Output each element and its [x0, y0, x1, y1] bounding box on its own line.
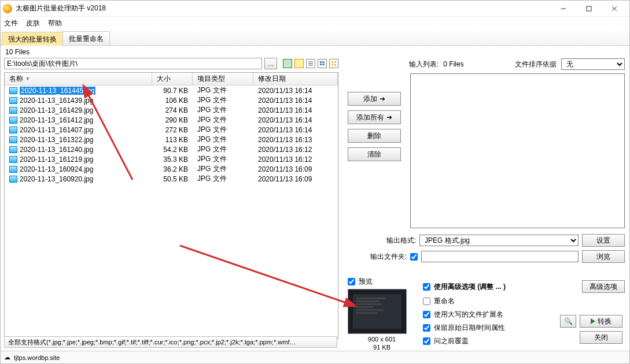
maximize-button[interactable] — [576, 1, 602, 17]
preview-label: 预览 — [359, 277, 373, 287]
menu-help[interactable]: 帮助 — [48, 18, 62, 28]
clear-button[interactable]: 清除 — [348, 147, 401, 161]
image-file-icon — [9, 127, 17, 133]
view-list-icon[interactable] — [306, 59, 315, 68]
col-header-size[interactable]: 大小 — [152, 73, 193, 85]
minimize-button[interactable] — [551, 1, 576, 17]
menu-bar: 文件 皮肤 帮助 — [1, 17, 629, 29]
preview-checkbox[interactable] — [348, 278, 355, 285]
sort-desc-icon: ▼ — [25, 76, 30, 81]
svg-rect-8 — [322, 61, 325, 63]
refresh-icon[interactable] — [294, 59, 304, 68]
file-table: 名称▼ 大小 项目类型 修改日期 2020-11-13_161445.jpg90… — [4, 72, 338, 339]
advanced-options-button[interactable]: 高级选项 — [582, 280, 625, 293]
menu-file[interactable]: 文件 — [4, 18, 18, 28]
close-dialog-button[interactable]: 关闭 — [580, 331, 622, 344]
col-header-type[interactable]: 项目类型 — [193, 73, 253, 85]
browse-path-button[interactable]: … — [264, 58, 277, 69]
uppercase-ext-label: 使用大写的文件扩展名 — [434, 310, 503, 320]
file-size: 36.2 KB — [152, 165, 193, 173]
svg-rect-9 — [320, 64, 322, 65]
table-row[interactable]: 2020-11-13_161240.jpg54.2 KBJPG 文件2020/1… — [5, 144, 338, 154]
output-folder-checkbox[interactable] — [410, 253, 418, 261]
file-name: 2020-11-13_161240.jpg — [20, 146, 93, 154]
output-format-label: 输出格式: — [348, 236, 416, 246]
file-date: 2020/11/13 16:14 — [253, 116, 338, 124]
svg-rect-10 — [322, 64, 325, 65]
add-button[interactable]: 添加 ➜ — [348, 92, 401, 106]
table-row[interactable]: 2020-11-13_161445.jpg90.7 KBJPG 文件2020/1… — [5, 86, 338, 95]
file-size: 272 KB — [152, 126, 193, 134]
file-date: 2020/11/13 16:14 — [253, 96, 338, 105]
preview-thumbnail[interactable] — [348, 289, 407, 334]
ask-overwrite-label: 问之前覆盖 — [434, 336, 469, 346]
cloud-icon: ☁ — [4, 354, 10, 361]
ask-overwrite-checkbox[interactable] — [423, 337, 430, 345]
input-list-label: 输入列表: — [409, 60, 439, 69]
table-row[interactable]: 2020-11-13_161219.jpg35.3 KBJPG 文件2020/1… — [5, 154, 338, 164]
view-thumbs-icon[interactable] — [329, 59, 338, 68]
file-name: 2020-11-13_161322.jpg — [20, 136, 93, 144]
menu-skin[interactable]: 皮肤 — [26, 18, 40, 28]
file-name: 2020-11-13_160920.jpg — [20, 175, 93, 183]
close-button[interactable] — [602, 1, 627, 17]
file-type: JPG 文件 — [193, 86, 253, 95]
table-row[interactable]: 2020-11-13_161412.jpg290 KBJPG 文件2020/11… — [5, 115, 338, 125]
output-format-select[interactable]: JPEG 格式.jpg — [419, 235, 579, 246]
convert-button[interactable]: 转换 — [580, 315, 622, 328]
svg-rect-7 — [320, 61, 322, 63]
file-date: 2020/11/13 16:13 — [253, 136, 338, 144]
zoom-preview-button[interactable]: 🔍 — [560, 315, 576, 328]
status-bar: ☁ tjtps.wordbp.site — [1, 351, 629, 363]
table-row[interactable]: 2020-11-13_161439.jpg106 KBJPG 文件2020/11… — [5, 95, 338, 105]
table-row[interactable]: 2020-11-13_161429.jpg274 KBJPG 文件2020/11… — [5, 105, 338, 115]
use-advanced-checkbox[interactable] — [423, 283, 430, 291]
uppercase-ext-checkbox[interactable] — [423, 311, 430, 318]
svg-rect-14 — [334, 64, 336, 66]
add-all-button[interactable]: 添加所有 ➜ — [348, 110, 401, 124]
file-size: 290 KB — [152, 116, 193, 124]
tab-batch-convert[interactable]: 强大的批量转换 — [2, 32, 63, 46]
window-title: 太极图片批量处理助手 v2018 — [16, 3, 551, 13]
file-name: 2020-11-13_160924.jpg — [20, 165, 93, 173]
output-listbox[interactable] — [410, 73, 625, 228]
settings-button[interactable]: 设置 — [582, 234, 625, 247]
file-size: 106 KB — [152, 96, 193, 105]
svg-rect-13 — [331, 64, 333, 66]
file-name: 2020-11-13_161407.jpg — [20, 126, 93, 134]
keep-date-checkbox[interactable] — [423, 324, 430, 332]
file-type: JPG 文件 — [193, 95, 253, 105]
file-size: 35.3 KB — [152, 155, 193, 164]
file-size: 54.2 KB — [152, 146, 193, 154]
sort-select[interactable]: 无 — [561, 58, 625, 70]
table-row[interactable]: 2020-11-13_161407.jpg272 KBJPG 文件2020/11… — [5, 125, 338, 135]
title-bar: 太极图片批量处理助手 v2018 — [1, 1, 629, 17]
up-folder-icon[interactable] — [283, 59, 292, 68]
output-folder-label: 输出文件夹: — [348, 252, 407, 262]
file-type: JPG 文件 — [193, 115, 253, 125]
table-row[interactable]: 2020-11-13_161322.jpg113 KBJPG 文件2020/11… — [5, 135, 338, 144]
table-row[interactable]: 2020-11-13_160920.jpg50.5 KBJPG 文件2020/1… — [5, 174, 338, 184]
col-header-name[interactable]: 名称▼ — [5, 73, 152, 85]
file-date: 2020/11/13 16:09 — [253, 165, 338, 173]
output-folder-input[interactable] — [421, 251, 579, 262]
table-row[interactable]: 2020-11-13_160924.jpg36.2 KBJPG 文件2020/1… — [5, 164, 338, 174]
view-details-icon[interactable] — [318, 59, 327, 68]
file-name: 2020-11-13_161439.jpg — [20, 96, 93, 105]
delete-button[interactable]: 删除 — [348, 129, 401, 143]
col-header-date[interactable]: 修改日期 — [253, 73, 338, 85]
file-name: 2020-11-13_161412.jpg — [20, 116, 93, 124]
file-date: 2020/11/13 16:09 — [253, 175, 338, 183]
svg-rect-12 — [334, 61, 336, 63]
browse-output-button[interactable]: 浏览 — [582, 250, 625, 263]
path-input[interactable] — [4, 58, 262, 69]
file-type: JPG 文件 — [193, 105, 253, 115]
tabs-row: 强大的批量转换 批量重命名 — [1, 29, 629, 46]
sort-label: 文件排序依据 — [515, 60, 557, 69]
use-advanced-label: 使用高级选项 (调整 ... ) — [434, 282, 506, 292]
file-name: 2020-11-13_161219.jpg — [20, 155, 93, 164]
rename-checkbox[interactable] — [423, 298, 430, 305]
file-type: JPG 文件 — [193, 164, 253, 174]
svg-rect-1 — [587, 6, 591, 11]
tab-batch-rename[interactable]: 批量重命名 — [62, 31, 110, 45]
